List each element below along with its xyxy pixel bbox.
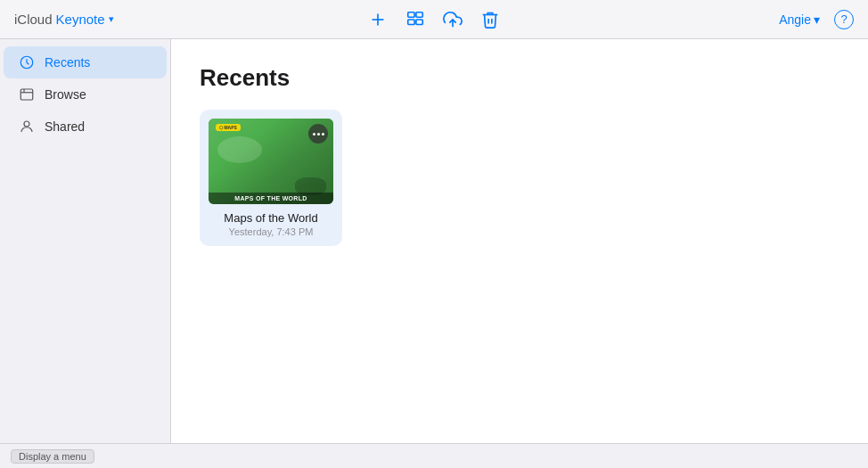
svg-rect-8	[20, 89, 33, 100]
chevron-down-icon[interactable]: ▾	[109, 13, 114, 25]
toolbar	[368, 10, 500, 29]
svg-rect-5	[416, 20, 422, 25]
file-name: Maps of the World	[209, 211, 333, 225]
user-chevron-icon: ▾	[814, 12, 820, 27]
app-header: iCloud Keynote ▾ Angie ▾ ?	[0, 0, 868, 39]
shared-label: Shared	[45, 119, 85, 134]
svg-rect-4	[408, 20, 414, 25]
add-button[interactable]	[368, 10, 388, 29]
upload-button[interactable]	[443, 10, 463, 29]
bottom-bar: Display a menu	[0, 443, 868, 468]
svg-point-11	[24, 121, 29, 127]
sidebar-item-shared[interactable]: Shared	[4, 111, 167, 143]
file-grid: ⬡ MAPS MAPS OF THE WORLD Maps of the Wor…	[200, 110, 839, 246]
app-brand: iCloud Keynote ▾	[14, 12, 114, 27]
browse-label: Browse	[45, 87, 86, 102]
svg-rect-3	[416, 12, 422, 17]
help-icon: ?	[840, 12, 847, 26]
delete-button[interactable]	[480, 10, 500, 29]
file-date: Yesterday, 7:43 PM	[209, 226, 333, 237]
tooltip-label: Display a menu	[11, 449, 94, 464]
keynote-label[interactable]: Keynote	[56, 12, 105, 27]
more-dots-icon	[313, 133, 324, 135]
view-toggle-button[interactable]	[405, 10, 425, 29]
main-layout: Recents Browse Shared	[0, 39, 868, 443]
icloud-label: iCloud	[14, 12, 53, 27]
recents-label: Recents	[45, 55, 90, 70]
page-title: Recents	[200, 64, 839, 92]
sidebar-item-recents[interactable]: Recents	[4, 46, 167, 78]
user-name-label: Angie	[779, 12, 811, 27]
shared-icon	[18, 118, 36, 135]
sidebar-item-browse[interactable]: Browse	[4, 78, 167, 111]
recents-icon	[18, 53, 36, 71]
browse-icon	[18, 86, 36, 103]
content-area: Recents ⬡ MAPS MAPS OF THE WORLD	[171, 39, 868, 443]
help-button[interactable]: ?	[834, 10, 854, 29]
user-menu-button[interactable]: Angie ▾	[779, 12, 820, 27]
thumb-title-overlay: MAPS OF THE WORLD	[209, 193, 333, 204]
header-right: Angie ▾ ?	[779, 10, 854, 29]
file-thumbnail: ⬡ MAPS MAPS OF THE WORLD	[209, 119, 333, 204]
svg-rect-2	[408, 12, 414, 17]
file-card[interactable]: ⬡ MAPS MAPS OF THE WORLD Maps of the Wor…	[200, 110, 342, 246]
sidebar: Recents Browse Shared	[0, 39, 171, 443]
more-options-button[interactable]	[308, 124, 328, 144]
thumb-badge: ⬡ MAPS	[216, 124, 241, 131]
